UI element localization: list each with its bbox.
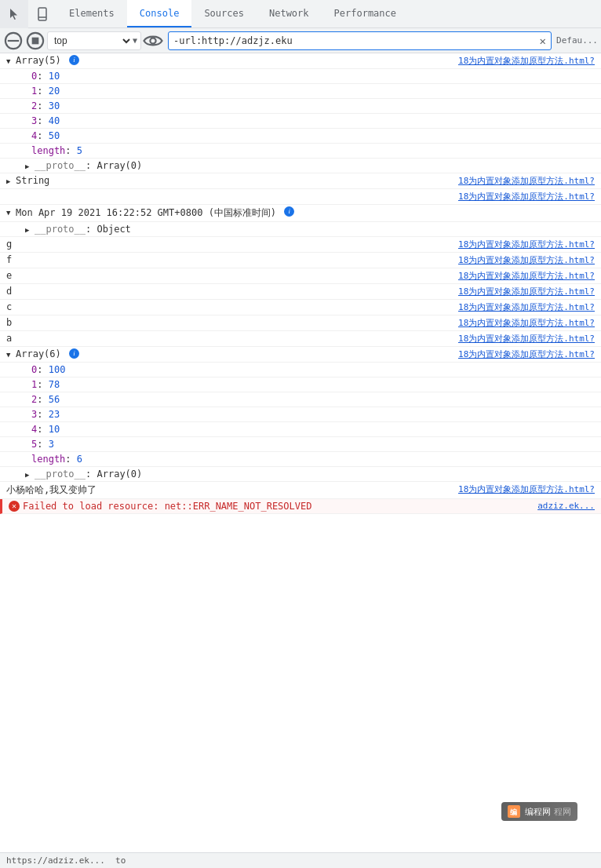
svg-text:编: 编	[510, 808, 517, 816]
source-link[interactable]: 18为内置对象添加原型方法.html?	[458, 175, 601, 187]
tab-bar: Elements Console Sources Network Perform…	[0, 0, 601, 28]
stop-icon[interactable]	[25, 31, 46, 51]
list-item: b 18为内置对象添加原型方法.html?	[0, 315, 601, 331]
error-row: ✕ Failed to load resource: net::ERR_NAME…	[0, 499, 601, 514]
toggle-date[interactable]	[6, 206, 16, 217]
list-item: 3 : 40	[0, 114, 601, 129]
list-item: 2 : 56	[0, 392, 601, 407]
list-item: d 18为内置对象添加原型方法.html?	[0, 284, 601, 300]
list-item: g 18为内置对象添加原型方法.html?	[0, 237, 601, 253]
error-icon: ✕	[9, 501, 20, 512]
bottom-bar: https://adziz.ek... to	[0, 852, 601, 868]
toggle-proto-obj[interactable]	[25, 224, 35, 235]
list-item: 18为内置对象添加原型方法.html?	[0, 189, 601, 205]
source-link[interactable]: 18为内置对象添加原型方法.html?	[458, 191, 601, 202]
source-link[interactable]: 18为内置对象添加原型方法.html?	[458, 239, 601, 250]
url-filter-box[interactable]: -url:http://adzjz.eku ✕	[168, 31, 552, 50]
list-item: 小杨哈哈,我又变帅了 18为内置对象添加原型方法.html?	[0, 482, 601, 499]
context-selector[interactable]: top ▼	[47, 31, 141, 50]
tab-sources[interactable]: Sources	[191, 0, 257, 27]
list-item: 4 : 50	[0, 129, 601, 144]
list-item: a 18为内置对象添加原型方法.html?	[0, 331, 601, 347]
watermark: 编 编程网 程网	[501, 802, 577, 821]
list-item: e 18为内置对象添加原型方法.html?	[0, 268, 601, 284]
bottom-text: https://adziz.ek...	[6, 855, 115, 866]
info-icon[interactable]: i	[284, 206, 294, 217]
svg-rect-5	[32, 37, 39, 44]
source-link[interactable]: 18为内置对象添加原型方法.html?	[458, 55, 601, 67]
list-item: String 18为内置对象添加原型方法.html?	[0, 173, 601, 189]
console-toolbar: top ▼ -url:http://adzjz.eku ✕ Defau...	[0, 28, 601, 53]
list-item: c 18为内置对象添加原型方法.html?	[0, 300, 601, 315]
list-item: Array(5) i 18为内置对象添加原型方法.html?	[0, 53, 601, 69]
list-item: 4 : 10	[0, 422, 601, 437]
list-item: 2 : 30	[0, 99, 601, 114]
tab-performance[interactable]: Performance	[322, 0, 409, 27]
list-item: __proto__ : Object	[0, 222, 601, 237]
svg-point-6	[150, 38, 155, 43]
list-item: 3 : 23	[0, 407, 601, 422]
toggle-string[interactable]	[6, 175, 16, 186]
source-link[interactable]: 18为内置对象添加原型方法.html?	[458, 254, 601, 266]
tab-network[interactable]: Network	[257, 0, 322, 27]
list-item: 0 : 10	[0, 69, 601, 84]
eye-icon[interactable]	[143, 31, 163, 51]
tab-console[interactable]: Console	[127, 0, 192, 27]
list-item: 5 : 3	[0, 437, 601, 452]
source-link[interactable]: 18为内置对象添加原型方法.html?	[458, 301, 601, 313]
source-link[interactable]: 18为内置对象添加原型方法.html?	[458, 286, 601, 297]
source-link[interactable]: 18为内置对象添加原型方法.html?	[458, 333, 601, 345]
cursor-icon[interactable]	[0, 0, 28, 28]
toggle-proto[interactable]	[25, 160, 35, 171]
list-item: 1 : 20	[0, 84, 601, 99]
list-item: __proto__ : Array(0)	[0, 467, 601, 482]
list-item: length : 6	[0, 452, 601, 467]
list-item: 1 : 78	[0, 377, 601, 392]
info-icon[interactable]: i	[69, 348, 79, 359]
toggle-array6[interactable]	[6, 348, 16, 359]
source-link[interactable]: 18为内置对象添加原型方法.html?	[458, 317, 601, 329]
info-icon[interactable]: i	[69, 55, 79, 65]
mobile-icon[interactable]	[28, 0, 56, 28]
source-link[interactable]: 18为内置对象添加原型方法.html?	[458, 348, 601, 360]
source-link[interactable]: 18为内置对象添加原型方法.html?	[458, 270, 601, 282]
clear-console-button[interactable]	[3, 31, 24, 51]
toggle-array5[interactable]	[6, 55, 16, 66]
list-item: length : 5	[0, 144, 601, 159]
url-filter-text: -url:http://adzjz.eku	[173, 35, 537, 46]
default-badge: Defau...	[556, 35, 598, 46]
source-link[interactable]: adziz.ek...	[537, 501, 601, 511]
context-dropdown[interactable]: top	[51, 35, 133, 47]
tab-elements[interactable]: Elements	[56, 0, 127, 27]
svg-rect-0	[38, 8, 46, 20]
list-item: __proto__ : Array(0)	[0, 159, 601, 173]
list-item: 0 : 100	[0, 363, 601, 377]
list-item: Mon Apr 19 2021 16:22:52 GMT+0800 (中国标准时…	[0, 205, 601, 222]
bottom-to-text: to	[115, 855, 126, 866]
console-output: Array(5) i 18为内置对象添加原型方法.html? 0 : 10 1 …	[0, 53, 601, 840]
source-link[interactable]: 18为内置对象添加原型方法.html?	[458, 483, 601, 495]
list-item: Array(6) i 18为内置对象添加原型方法.html?	[0, 347, 601, 363]
toggle-proto2[interactable]	[25, 469, 35, 480]
list-item: f 18为内置对象添加原型方法.html?	[0, 253, 601, 268]
url-filter-close-icon[interactable]: ✕	[540, 35, 546, 47]
